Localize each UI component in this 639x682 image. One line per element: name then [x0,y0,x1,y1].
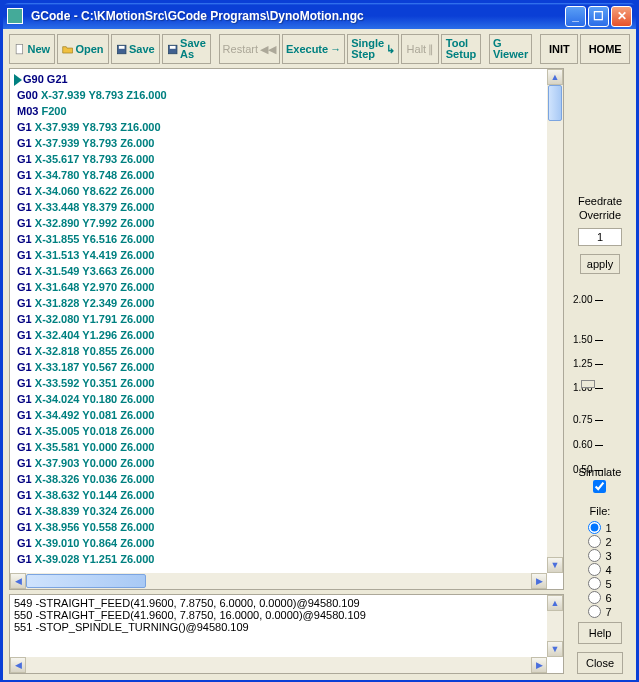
code-line[interactable]: G1 X-37.939 Y8.793 Z6.000 [14,135,543,151]
minimize-button[interactable]: _ [565,6,586,27]
close-button[interactable]: ✕ [611,6,632,27]
code-line[interactable]: G1 X-38.956 Y0.558 Z6.000 [14,519,543,535]
vertical-scrollbar[interactable]: ▲ ▼ [547,69,563,573]
file-radio-label: 5 [605,578,611,590]
code-line[interactable]: G1 X-38.839 Y0.324 Z6.000 [14,503,543,519]
code-line[interactable]: G1 X-32.818 Y0.855 Z6.000 [14,343,543,359]
feedrate-slider[interactable]: 2.001.501.251.000.750.600.50 [573,294,627,464]
save-as-button[interactable]: Save As [162,34,211,64]
slider-tick: 2.00 [573,294,627,305]
file-radio-label: 6 [605,592,611,604]
code-line[interactable]: G1 X-37.939 Y8.793 Z16.000 [14,119,543,135]
code-line[interactable]: G1 X-31.549 Y3.663 Z6.000 [14,263,543,279]
slider-tick: 1.25 [573,358,627,369]
save-button[interactable]: Save [111,34,160,64]
rewind-icon: ◀◀ [260,43,276,56]
code-line[interactable]: G1 X-38.326 Y0.036 Z6.000 [14,471,543,487]
code-line[interactable]: G00 X-37.939 Y8.793 Z16.000 [14,87,543,103]
scroll-right-icon[interactable]: ▶ [531,573,547,589]
scroll-thumb[interactable] [26,574,146,588]
file-radio-label: 2 [605,536,611,548]
code-line[interactable]: G1 X-31.648 Y2.970 Z6.000 [14,279,543,295]
horizontal-scrollbar[interactable]: ◀ ▶ [10,573,547,589]
slider-tick: 0.50 [573,464,627,475]
step-icon: ↳ [386,43,395,56]
maximize-button[interactable]: ☐ [588,6,609,27]
tool-setup-button[interactable]: Tool Setup [441,34,480,64]
code-line[interactable]: G1 X-33.187 Y0.567 Z6.000 [14,359,543,375]
file-radio-6[interactable] [588,591,601,604]
log-line: 551 -STOP_SPINDLE_TURNING()@94580.109 [14,621,543,633]
code-line[interactable]: G1 X-33.448 Y8.379 Z6.000 [14,199,543,215]
code-line[interactable]: G1 X-33.592 Y0.351 Z6.000 [14,375,543,391]
code-line[interactable]: G1 X-38.632 Y0.144 Z6.000 [14,487,543,503]
log-line: 549 -STRAIGHT_FEED(41.9600, 7.8750, 6.00… [14,597,543,609]
code-line[interactable]: G1 X-35.581 Y0.000 Z6.000 [14,439,543,455]
code-line[interactable]: G1 X-34.024 Y0.180 Z6.000 [14,391,543,407]
new-button[interactable]: New [9,34,55,64]
file-label: File: [590,505,611,517]
close-dialog-button[interactable]: Close [577,652,623,674]
code-line[interactable]: G1 X-39.010 Y0.864 Z6.000 [14,535,543,551]
code-line[interactable]: G1 X-31.513 Y4.419 Z6.000 [14,247,543,263]
g-viewer-button[interactable]: G Viewer [489,34,533,64]
file-radio-label: 7 [605,606,611,618]
simulate-checkbox[interactable] [593,480,606,493]
file-radio-2[interactable] [588,535,601,548]
code-line[interactable]: G90 G21 [14,71,543,87]
feedrate-override-input[interactable] [578,228,622,246]
window-title: GCode - C:\KMotionSrc\GCode Programs\Dyn… [27,9,565,23]
code-line[interactable]: G1 X-34.492 Y0.081 Z6.000 [14,407,543,423]
file-radio-5[interactable] [588,577,601,590]
code-line[interactable]: G1 X-37.903 Y0.000 Z6.000 [14,455,543,471]
file-radio-label: 4 [605,564,611,576]
code-line[interactable]: G1 X-31.855 Y6.516 Z6.000 [14,231,543,247]
apply-button[interactable]: apply [580,254,620,274]
init-button[interactable]: INIT [540,34,578,64]
svg-rect-4 [170,45,176,48]
app-icon [7,8,23,24]
code-line[interactable]: G1 X-34.780 Y8.748 Z6.000 [14,167,543,183]
scroll-up-icon[interactable]: ▲ [547,69,563,85]
svg-rect-0 [16,44,22,53]
gcode-editor[interactable]: G90 G21 G00 X-37.939 Y8.793 Z16.000 M03 … [9,68,564,590]
code-line[interactable]: M03 F200 [14,103,543,119]
toolbar: New Open Save Save As Restart◀◀ Execute→… [3,29,636,68]
open-button[interactable]: Open [57,34,108,64]
code-line[interactable]: G1 X-32.890 Y7.992 Z6.000 [14,215,543,231]
single-step-button[interactable]: Single Step↳ [347,34,399,64]
help-button[interactable]: Help [578,622,622,644]
code-line[interactable]: G1 X-35.617 Y8.793 Z6.000 [14,151,543,167]
file-radio-7[interactable] [588,605,601,618]
pause-icon: ∥ [428,43,434,56]
code-line[interactable]: G1 X-31.828 Y2.349 Z6.000 [14,295,543,311]
feedrate-override-label: Feedrate Override [578,194,622,222]
scroll-left-icon[interactable]: ◀ [10,573,26,589]
slider-thumb[interactable] [581,380,595,388]
log-panel: 549 -STRAIGHT_FEED(41.9600, 7.8750, 6.00… [9,594,564,674]
horizontal-scrollbar[interactable]: ◀▶ [10,657,547,673]
halt-button[interactable]: Halt∥ [401,34,439,64]
svg-rect-2 [118,45,124,48]
restart-button[interactable]: Restart◀◀ [219,34,280,64]
file-radio-label: 1 [605,522,611,534]
log-line: 550 -STRAIGHT_FEED(41.9600, 7.8750, 16.0… [14,609,543,621]
slider-tick: 0.75 [573,414,627,425]
slider-tick: 1.50 [573,334,627,345]
file-radio-3[interactable] [588,549,601,562]
scroll-down-icon[interactable]: ▼ [547,557,563,573]
code-line[interactable]: G1 X-32.404 Y1.296 Z6.000 [14,327,543,343]
execute-button[interactable]: Execute→ [282,34,345,64]
file-radio-1[interactable] [588,521,601,534]
code-line[interactable]: G1 X-35.005 Y0.018 Z6.000 [14,423,543,439]
file-radio-4[interactable] [588,563,601,576]
code-line[interactable]: G1 X-39.028 Y1.251 Z6.000 [14,551,543,567]
code-line[interactable]: G1 X-34.060 Y8.622 Z6.000 [14,183,543,199]
vertical-scrollbar[interactable]: ▲▼ [547,595,563,657]
file-radio-label: 3 [605,550,611,562]
home-button[interactable]: HOME [580,34,630,64]
slider-tick: 0.60 [573,439,627,450]
arrow-right-icon: → [330,43,341,55]
scroll-thumb[interactable] [548,85,562,121]
code-line[interactable]: G1 X-32.080 Y1.791 Z6.000 [14,311,543,327]
